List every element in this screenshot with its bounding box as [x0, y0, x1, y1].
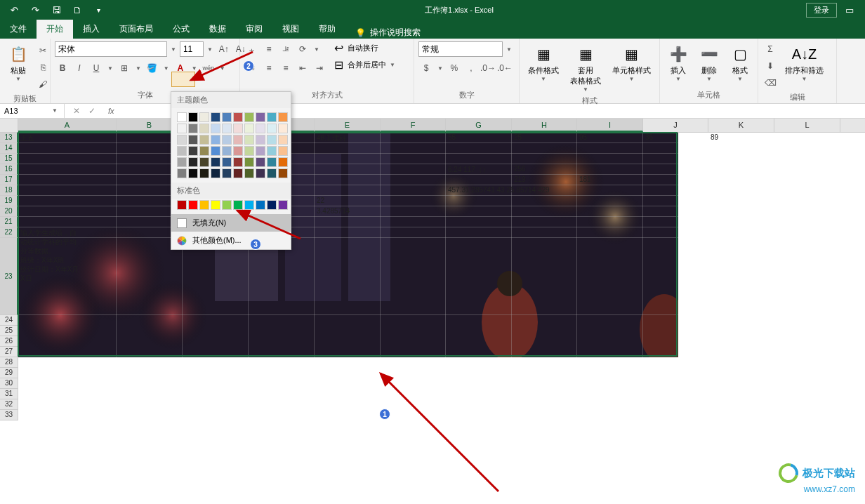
row-header[interactable]: 30 [0, 378, 18, 389]
increase-font-button[interactable]: A↑ [216, 41, 232, 57]
color-swatch[interactable] [188, 124, 198, 133]
column-header[interactable]: J [643, 119, 708, 132]
qat-autosave[interactable]: 🗋 [67, 1, 87, 18]
color-swatch[interactable] [256, 135, 265, 145]
color-swatch[interactable] [188, 157, 198, 167]
color-swatch[interactable] [278, 168, 288, 178]
column-header[interactable]: I [577, 119, 643, 132]
cut-button[interactable]: ✂ [35, 43, 51, 58]
align-middle-button[interactable]: ≡ [261, 41, 277, 57]
cell-value[interactable]: 48.1 理科 [317, 133, 346, 143]
cell-value[interactable]: 95 [579, 133, 587, 141]
format-as-table-button[interactable]: ▦套用 表格格式▼ [566, 41, 605, 94]
color-swatch[interactable] [256, 112, 265, 122]
cell-styles-button[interactable]: ▦单元格样式▼ [608, 41, 655, 84]
paste-button[interactable]: 📋 粘贴 ▼ [4, 41, 32, 84]
column-header[interactable]: L [774, 119, 840, 132]
chevron-down-icon[interactable]: ▼ [169, 46, 178, 53]
color-swatch[interactable] [177, 146, 187, 156]
color-swatch[interactable] [267, 112, 277, 122]
row-header[interactable]: 28 [0, 357, 18, 368]
enter-formula-button[interactable]: ✓ [88, 106, 95, 116]
align-center-button[interactable]: ≡ [261, 60, 277, 76]
chevron-down-icon[interactable]: ▼ [504, 46, 514, 53]
color-swatch[interactable] [267, 168, 277, 178]
accounting-format-button[interactable]: $ [418, 60, 434, 76]
decrease-indent-button[interactable]: ⇤ [295, 60, 310, 76]
border-button[interactable]: ⊞ [117, 60, 132, 76]
row-header[interactable]: 18 [0, 185, 18, 196]
color-swatch[interactable] [244, 168, 254, 178]
row-header[interactable]: 26 [0, 336, 18, 347]
color-swatch[interactable] [177, 168, 187, 178]
color-swatch[interactable] [211, 168, 220, 178]
cell-value[interactable]: 55 [448, 133, 456, 141]
tab-file[interactable]: 文件 [0, 20, 37, 39]
tab-home[interactable]: 开始 [37, 20, 73, 39]
sort-filter-button[interactable]: A↓Z排序和筛选▼ [781, 41, 828, 84]
color-swatch[interactable] [222, 124, 232, 133]
chevron-down-icon[interactable]: ▼ [312, 46, 322, 53]
color-swatch[interactable] [256, 200, 265, 210]
color-swatch[interactable] [233, 135, 243, 145]
copy-button[interactable]: ⎘ [35, 60, 51, 75]
color-swatch[interactable] [256, 157, 265, 167]
color-swatch[interactable] [199, 157, 209, 167]
color-swatch[interactable] [267, 124, 277, 133]
tab-layout[interactable]: 页面布局 [110, 20, 163, 39]
color-swatch[interactable] [256, 168, 265, 178]
tab-view[interactable]: 视图 [272, 20, 309, 39]
column-header[interactable]: A [18, 119, 117, 132]
cell-value[interactable]: 3.4285714 [317, 207, 350, 215]
cell-value[interactable]: 256 [514, 165, 526, 173]
orientation-button[interactable]: ⟳ [295, 41, 310, 57]
align-bottom-button[interactable]: ⫡ [278, 41, 293, 57]
color-swatch[interactable] [278, 200, 288, 210]
fill-color-button[interactable]: 🪣 [145, 60, 160, 76]
color-swatch[interactable] [177, 124, 187, 133]
increase-decimal-button[interactable]: .0→ [480, 60, 496, 76]
color-swatch[interactable] [211, 146, 220, 156]
color-swatch[interactable] [233, 124, 243, 133]
column-header[interactable]: H [512, 119, 577, 132]
color-swatch[interactable] [267, 200, 277, 210]
color-swatch[interactable] [188, 168, 198, 178]
color-swatch[interactable] [244, 146, 254, 156]
color-swatch[interactable] [233, 168, 243, 178]
color-swatch[interactable] [222, 135, 232, 145]
column-header[interactable]: K [708, 119, 774, 132]
tab-insert[interactable]: 插入 [73, 20, 110, 39]
color-swatch[interactable] [222, 200, 232, 210]
color-swatch[interactable] [177, 200, 187, 210]
color-swatch[interactable] [222, 157, 232, 167]
cell-value[interactable]: 6.24 117（） [448, 165, 489, 175]
fx-icon[interactable]: fx [104, 107, 119, 115]
chevron-down-icon[interactable]: ▼ [105, 65, 115, 72]
cell-value[interactable]: 输入学生成绩，自 动统计学科的平均 分等数据。 班级：X年X班 统计日期：X年X… [20, 228, 79, 283]
color-swatch[interactable] [233, 200, 243, 210]
font-size-select[interactable] [180, 41, 204, 57]
color-swatch[interactable] [278, 146, 288, 156]
color-swatch[interactable] [222, 146, 232, 156]
color-swatch[interactable] [211, 135, 220, 145]
row-header[interactable]: 17 [0, 175, 18, 185]
row-header[interactable]: 19 [0, 196, 18, 206]
row-header[interactable]: 29 [0, 368, 18, 378]
row-header[interactable]: 21 [0, 217, 18, 227]
color-swatch[interactable] [188, 200, 198, 210]
underline-button[interactable]: U [88, 60, 104, 76]
qat-undo[interactable]: ↶ [4, 1, 24, 18]
tab-formula[interactable]: 公式 [163, 20, 199, 39]
conditional-format-button[interactable]: ▦条件格式▼ [524, 41, 563, 84]
cell-value[interactable]: 王五 [20, 133, 34, 143]
row-header[interactable]: 25 [0, 326, 18, 336]
row-header[interactable]: 20 [0, 206, 18, 217]
color-swatch[interactable] [222, 168, 232, 178]
row-header[interactable]: 24 [0, 315, 18, 326]
more-colors-option[interactable]: 其他颜色(M)... [171, 232, 291, 249]
color-swatch[interactable] [256, 124, 265, 133]
color-swatch[interactable] [177, 157, 187, 167]
row-header[interactable]: 14 [0, 143, 18, 154]
row-header[interactable]: 33 [0, 410, 18, 420]
cell-value[interactable]: 25 [514, 133, 522, 141]
